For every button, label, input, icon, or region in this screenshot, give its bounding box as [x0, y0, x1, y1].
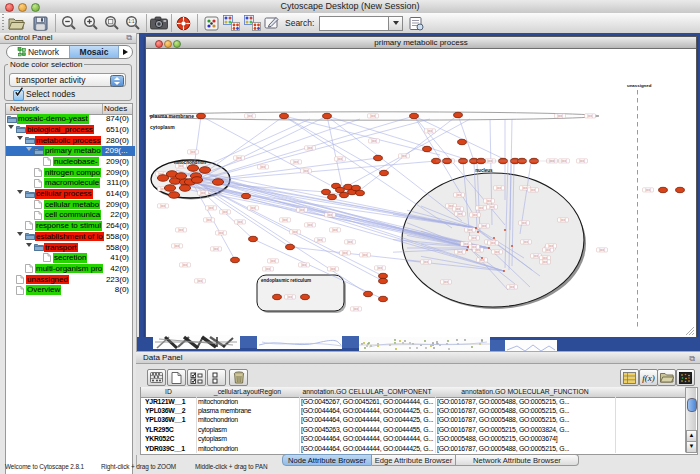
svg-text:(xxx): (xxx)	[178, 228, 184, 232]
svg-text:(xxx): (xxx)	[522, 186, 528, 190]
svg-text:(xxx): (xxx)	[287, 295, 293, 299]
svg-text:mitochondrion: mitochondrion	[174, 160, 206, 165]
svg-text:(xxx): (xxx)	[645, 188, 651, 192]
svg-text:(xxx): (xxx)	[549, 159, 555, 163]
svg-text:(xxx): (xxx)	[496, 186, 502, 190]
svg-text:(xxx): (xxx)	[599, 248, 605, 252]
svg-text:(xxx): (xxx)	[370, 114, 376, 118]
svg-text:(xxx): (xxx)	[307, 146, 313, 150]
svg-text:(xxx): (xxx)	[237, 220, 243, 224]
svg-text:(xxx): (xxx)	[190, 150, 196, 154]
svg-text:(xxx): (xxx)	[218, 231, 224, 235]
svg-text:(xxx): (xxx)	[561, 159, 567, 163]
svg-text:(xxx): (xxx)	[347, 240, 353, 244]
svg-text:(xxx): (xxx)	[486, 199, 492, 203]
svg-text:(xxx): (xxx)	[489, 205, 495, 209]
svg-text:(xxx): (xxx)	[530, 188, 536, 192]
svg-text:(xxx): (xxx)	[494, 250, 500, 254]
svg-text:(xxx): (xxx)	[250, 206, 256, 210]
svg-text:(xxx): (xxx)	[523, 240, 529, 244]
svg-text:(xxx): (xxx)	[427, 129, 433, 133]
svg-text:(xxx): (xxx)	[362, 253, 368, 257]
svg-text:(xxx): (xxx)	[247, 114, 253, 118]
svg-text:endoplasmic reticulum: endoplasmic reticulum	[261, 278, 311, 283]
svg-text:(xxx): (xxx)	[282, 218, 288, 222]
svg-text:(xxx): (xxx)	[533, 254, 539, 258]
svg-text:(xxx): (xxx)	[327, 213, 333, 217]
svg-text:(xxx): (xxx)	[377, 266, 383, 270]
svg-text:(xxx): (xxx)	[457, 250, 463, 254]
svg-text:(xxx): (xxx)	[509, 285, 515, 289]
svg-text:(xxx): (xxx)	[443, 280, 449, 284]
svg-text:(xxx): (xxx)	[521, 221, 527, 225]
svg-text:(xxx): (xxx)	[301, 263, 307, 267]
svg-text:(xxx): (xxx)	[472, 213, 478, 217]
svg-text:(xxx): (xxx)	[265, 267, 271, 271]
svg-text:nucleus: nucleus	[475, 168, 493, 173]
svg-text:(xxx): (xxx)	[463, 242, 469, 246]
svg-text:(xxx): (xxx)	[560, 218, 566, 222]
svg-text:(xxx): (xxx)	[208, 206, 214, 210]
svg-text:(xxx): (xxx)	[222, 210, 228, 214]
svg-text:(xxx): (xxx)	[197, 279, 203, 283]
svg-text:(xxx): (xxx)	[487, 159, 493, 163]
svg-text:(xxx): (xxx)	[457, 212, 463, 216]
svg-text:(xxx): (xxx)	[471, 236, 477, 240]
svg-text:(xxx): (xxx)	[330, 267, 336, 271]
svg-text:(xxx): (xxx)	[236, 156, 242, 160]
svg-text:(xxx): (xxx)	[307, 223, 313, 227]
svg-text:(xxx): (xxx)	[456, 193, 462, 197]
svg-text:(xxx): (xxx)	[587, 114, 593, 118]
svg-text:unassigned: unassigned	[627, 83, 652, 88]
svg-text:(xxx): (xxx)	[160, 204, 166, 208]
svg-text:(xxx): (xxx)	[557, 114, 563, 118]
svg-text:(xxx): (xxx)	[471, 245, 477, 249]
svg-text:(xxx): (xxx)	[548, 244, 554, 248]
svg-text:(xxx): (xxx)	[299, 208, 305, 212]
svg-text:(xxx): (xxx)	[293, 160, 299, 164]
svg-text:(xxx): (xxx)	[490, 241, 496, 245]
svg-text:cytoplasm: cytoplasm	[150, 124, 175, 130]
svg-text:(xxx): (xxx)	[353, 307, 359, 311]
svg-text:(xxx): (xxx)	[455, 207, 461, 211]
svg-text:plasma membrane: plasma membrane	[150, 113, 194, 119]
svg-text:(xxx): (xxx)	[260, 165, 266, 169]
svg-text:(xxx): (xxx)	[342, 251, 348, 255]
svg-text:(xxx): (xxx)	[178, 164, 184, 168]
svg-text:(xxx): (xxx)	[213, 247, 219, 251]
svg-text:(xxx): (xxx)	[481, 224, 487, 228]
svg-text:(xxx): (xxx)	[292, 230, 298, 234]
svg-text:(xxx): (xxx)	[423, 260, 429, 264]
svg-text:(xxx): (xxx)	[579, 159, 585, 163]
svg-text:(xxx): (xxx)	[270, 259, 276, 263]
svg-text:(xxx): (xxx)	[317, 238, 323, 242]
svg-text:(xxx): (xxx)	[371, 139, 377, 143]
svg-text:(xxx): (xxx)	[182, 263, 188, 267]
svg-text:(xxx): (xxx)	[206, 218, 212, 222]
svg-text:(xxx): (xxx)	[542, 260, 548, 264]
svg-text:(xxx): (xxx)	[332, 228, 338, 232]
svg-text:(xxx): (xxx)	[174, 244, 180, 248]
svg-text:(xxx): (xxx)	[467, 228, 473, 232]
svg-text:f(x): f(x)	[642, 373, 655, 383]
svg-text:(xxx): (xxx)	[478, 206, 484, 210]
svg-text:(xxx): (xxx)	[200, 191, 206, 195]
svg-text:(xxx): (xxx)	[303, 169, 309, 173]
svg-text:(xxx): (xxx)	[337, 157, 343, 161]
svg-text:(xxx): (xxx)	[401, 154, 407, 158]
svg-text:(xxx): (xxx)	[545, 248, 551, 252]
